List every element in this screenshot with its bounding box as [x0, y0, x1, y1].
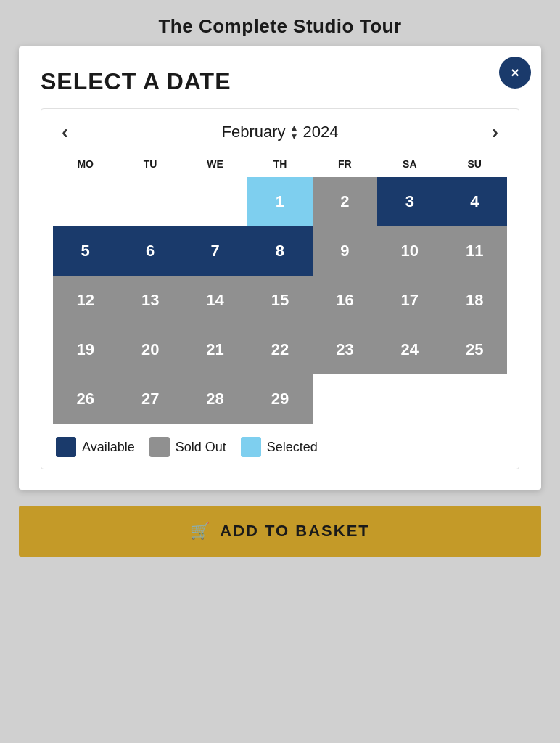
day-26[interactable]: 26	[53, 374, 118, 424]
date-picker-modal: × SELECT A DATE ‹ February ▲▼ 2024 › MOT…	[19, 46, 541, 490]
day-17[interactable]: 17	[377, 276, 442, 325]
sold-out-label: Sold Out	[176, 440, 226, 455]
legend-selected: Selected	[241, 437, 318, 457]
day-empty	[183, 177, 247, 226]
close-button[interactable]: ×	[499, 57, 531, 89]
prev-month-button[interactable]: ‹	[56, 120, 74, 144]
day-7[interactable]: 7	[183, 226, 247, 276]
calendar-cell	[377, 374, 442, 424]
calendar-body: 1234567891011121314151617181920212223242…	[53, 177, 507, 424]
calendar-cell: 29	[247, 374, 312, 424]
calendar-cell: 13	[118, 276, 182, 325]
calendar-cell	[53, 177, 118, 226]
page-title: The Complete Studio Tour	[158, 15, 401, 38]
day-18[interactable]: 18	[442, 276, 507, 325]
day-empty	[53, 177, 118, 226]
month-toggle-arrows[interactable]: ▲▼	[290, 123, 299, 141]
top-bar: The Complete Studio Tour	[0, 0, 560, 44]
calendar-cell	[118, 177, 182, 226]
next-month-button[interactable]: ›	[486, 120, 504, 144]
calendar-cell	[183, 177, 247, 226]
cart-icon: 🛒	[190, 522, 211, 541]
day-23[interactable]: 23	[313, 325, 377, 374]
day-28[interactable]: 28	[183, 374, 247, 424]
calendar-cell: 1	[247, 177, 312, 226]
calendar-cell: 19	[53, 325, 118, 374]
calendar-cell: 21	[183, 325, 247, 374]
day-6[interactable]: 6	[118, 226, 182, 276]
day-21[interactable]: 21	[183, 325, 247, 374]
day-8[interactable]: 8	[247, 226, 312, 276]
calendar-cell: 18	[442, 276, 507, 325]
day-27[interactable]: 27	[118, 374, 182, 424]
calendar-cell: 9	[313, 226, 377, 276]
sold-out-swatch	[149, 437, 170, 457]
calendar-week-row: 1234	[53, 177, 507, 226]
selected-swatch	[241, 437, 261, 457]
available-swatch	[56, 437, 76, 457]
calendar-cell	[442, 374, 507, 424]
day-empty	[313, 374, 377, 424]
day-16[interactable]: 16	[313, 276, 377, 325]
calendar-cell: 26	[53, 374, 118, 424]
modal-title: SELECT A DATE	[41, 68, 519, 95]
day-24[interactable]: 24	[377, 325, 442, 374]
calendar-cell: 20	[118, 325, 182, 374]
day-empty	[377, 374, 442, 424]
day-10[interactable]: 10	[377, 226, 442, 276]
day-22[interactable]: 22	[247, 325, 312, 374]
add-to-basket-button[interactable]: 🛒 ADD TO BASKET	[19, 506, 541, 557]
day-15[interactable]: 15	[247, 276, 312, 325]
calendar-week-row: 19202122232425	[53, 325, 507, 374]
page-background: The Complete Studio Tour × SELECT A DATE…	[0, 0, 560, 743]
month-year-display: February ▲▼ 2024	[222, 123, 339, 141]
day-19[interactable]: 19	[53, 325, 118, 374]
month-label: February	[222, 123, 286, 141]
weekday-header: SU	[442, 154, 507, 177]
calendar-cell: 17	[377, 276, 442, 325]
close-icon: ×	[511, 65, 519, 81]
day-3[interactable]: 3	[377, 177, 442, 226]
day-11[interactable]: 11	[442, 226, 507, 276]
calendar-grid: MOTUWETHFRSASU 1234567891011121314151617…	[53, 154, 507, 424]
day-1[interactable]: 1	[247, 177, 312, 226]
day-25[interactable]: 25	[442, 325, 507, 374]
calendar-cell: 23	[313, 325, 377, 374]
calendar-cell: 2	[313, 177, 377, 226]
calendar-cell: 22	[247, 325, 312, 374]
calendar-cell: 6	[118, 226, 182, 276]
calendar-cell: 11	[442, 226, 507, 276]
weekdays-row: MOTUWETHFRSASU	[53, 154, 507, 177]
year-label: 2024	[302, 123, 338, 141]
selected-label: Selected	[267, 440, 318, 455]
calendar-cell: 16	[313, 276, 377, 325]
day-12[interactable]: 12	[53, 276, 118, 325]
day-13[interactable]: 13	[118, 276, 182, 325]
add-to-basket-label: ADD TO BASKET	[220, 522, 370, 541]
calendar-cell: 24	[377, 325, 442, 374]
day-5[interactable]: 5	[53, 226, 118, 276]
add-to-basket-area: 🛒 ADD TO BASKET	[19, 506, 541, 557]
calendar-cell	[313, 374, 377, 424]
day-empty	[118, 177, 182, 226]
calendar-cell: 10	[377, 226, 442, 276]
calendar-week-row: 567891011	[53, 226, 507, 276]
legend-sold-out: Sold Out	[149, 437, 226, 457]
calendar-cell: 8	[247, 226, 312, 276]
day-4[interactable]: 4	[442, 177, 507, 226]
calendar-cell: 28	[183, 374, 247, 424]
calendar: ‹ February ▲▼ 2024 › MOTUWETHFRSASU 1234…	[41, 108, 519, 469]
calendar-cell: 27	[118, 374, 182, 424]
day-14[interactable]: 14	[183, 276, 247, 325]
calendar-legend: Available Sold Out Selected	[53, 437, 507, 457]
day-9[interactable]: 9	[313, 226, 377, 276]
weekday-header: TU	[118, 154, 182, 177]
weekday-header: WE	[183, 154, 247, 177]
available-label: Available	[82, 440, 135, 455]
calendar-cell: 3	[377, 177, 442, 226]
day-empty	[442, 374, 507, 424]
calendar-cell: 15	[247, 276, 312, 325]
day-29[interactable]: 29	[247, 374, 312, 424]
day-2[interactable]: 2	[313, 177, 377, 226]
day-20[interactable]: 20	[118, 325, 182, 374]
